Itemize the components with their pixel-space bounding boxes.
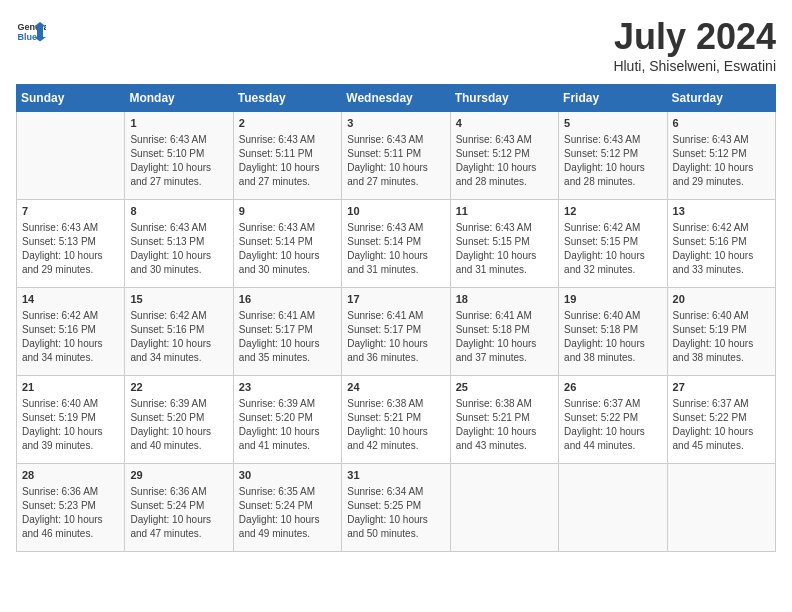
day-info: Sunrise: 6:36 AM Sunset: 5:24 PM Dayligh… xyxy=(130,485,227,541)
day-info: Sunrise: 6:43 AM Sunset: 5:13 PM Dayligh… xyxy=(130,221,227,277)
calendar-cell: 24Sunrise: 6:38 AM Sunset: 5:21 PM Dayli… xyxy=(342,376,450,464)
day-header-saturday: Saturday xyxy=(667,85,775,112)
calendar-cell: 19Sunrise: 6:40 AM Sunset: 5:18 PM Dayli… xyxy=(559,288,667,376)
day-number: 2 xyxy=(239,116,336,131)
calendar-body: 1Sunrise: 6:43 AM Sunset: 5:10 PM Daylig… xyxy=(17,112,776,552)
calendar-cell: 2Sunrise: 6:43 AM Sunset: 5:11 PM Daylig… xyxy=(233,112,341,200)
day-number: 27 xyxy=(673,380,770,395)
day-number: 21 xyxy=(22,380,119,395)
calendar-cell: 11Sunrise: 6:43 AM Sunset: 5:15 PM Dayli… xyxy=(450,200,558,288)
calendar-cell: 21Sunrise: 6:40 AM Sunset: 5:19 PM Dayli… xyxy=(17,376,125,464)
day-number: 16 xyxy=(239,292,336,307)
day-number: 11 xyxy=(456,204,553,219)
day-number: 30 xyxy=(239,468,336,483)
day-info: Sunrise: 6:35 AM Sunset: 5:24 PM Dayligh… xyxy=(239,485,336,541)
calendar-cell xyxy=(450,464,558,552)
day-number: 19 xyxy=(564,292,661,307)
month-year: July 2024 xyxy=(613,16,776,58)
calendar-cell: 17Sunrise: 6:41 AM Sunset: 5:17 PM Dayli… xyxy=(342,288,450,376)
day-number: 6 xyxy=(673,116,770,131)
day-number: 1 xyxy=(130,116,227,131)
page-header: General Blue July 2024 Hluti, Shiselweni… xyxy=(16,16,776,74)
day-number: 10 xyxy=(347,204,444,219)
day-number: 7 xyxy=(22,204,119,219)
day-info: Sunrise: 6:43 AM Sunset: 5:12 PM Dayligh… xyxy=(456,133,553,189)
day-number: 3 xyxy=(347,116,444,131)
calendar-cell xyxy=(559,464,667,552)
day-header-tuesday: Tuesday xyxy=(233,85,341,112)
day-number: 18 xyxy=(456,292,553,307)
calendar-cell: 27Sunrise: 6:37 AM Sunset: 5:22 PM Dayli… xyxy=(667,376,775,464)
calendar-cell: 25Sunrise: 6:38 AM Sunset: 5:21 PM Dayli… xyxy=(450,376,558,464)
day-info: Sunrise: 6:43 AM Sunset: 5:14 PM Dayligh… xyxy=(239,221,336,277)
calendar-cell: 9Sunrise: 6:43 AM Sunset: 5:14 PM Daylig… xyxy=(233,200,341,288)
day-info: Sunrise: 6:41 AM Sunset: 5:17 PM Dayligh… xyxy=(239,309,336,365)
day-info: Sunrise: 6:41 AM Sunset: 5:17 PM Dayligh… xyxy=(347,309,444,365)
logo: General Blue xyxy=(16,16,46,46)
day-header-monday: Monday xyxy=(125,85,233,112)
calendar-cell: 1Sunrise: 6:43 AM Sunset: 5:10 PM Daylig… xyxy=(125,112,233,200)
calendar-cell: 18Sunrise: 6:41 AM Sunset: 5:18 PM Dayli… xyxy=(450,288,558,376)
day-info: Sunrise: 6:43 AM Sunset: 5:10 PM Dayligh… xyxy=(130,133,227,189)
calendar-table: SundayMondayTuesdayWednesdayThursdayFrid… xyxy=(16,84,776,552)
calendar-cell: 13Sunrise: 6:42 AM Sunset: 5:16 PM Dayli… xyxy=(667,200,775,288)
day-info: Sunrise: 6:42 AM Sunset: 5:16 PM Dayligh… xyxy=(130,309,227,365)
calendar-week-4: 21Sunrise: 6:40 AM Sunset: 5:19 PM Dayli… xyxy=(17,376,776,464)
day-header-wednesday: Wednesday xyxy=(342,85,450,112)
day-number: 15 xyxy=(130,292,227,307)
calendar-cell: 7Sunrise: 6:43 AM Sunset: 5:13 PM Daylig… xyxy=(17,200,125,288)
day-info: Sunrise: 6:42 AM Sunset: 5:15 PM Dayligh… xyxy=(564,221,661,277)
location: Hluti, Shiselweni, Eswatini xyxy=(613,58,776,74)
day-number: 12 xyxy=(564,204,661,219)
title-block: July 2024 Hluti, Shiselweni, Eswatini xyxy=(613,16,776,74)
day-number: 8 xyxy=(130,204,227,219)
day-info: Sunrise: 6:42 AM Sunset: 5:16 PM Dayligh… xyxy=(673,221,770,277)
day-header-thursday: Thursday xyxy=(450,85,558,112)
day-number: 22 xyxy=(130,380,227,395)
day-number: 13 xyxy=(673,204,770,219)
calendar-week-5: 28Sunrise: 6:36 AM Sunset: 5:23 PM Dayli… xyxy=(17,464,776,552)
calendar-header-row: SundayMondayTuesdayWednesdayThursdayFrid… xyxy=(17,85,776,112)
day-number: 14 xyxy=(22,292,119,307)
day-number: 17 xyxy=(347,292,444,307)
calendar-week-2: 7Sunrise: 6:43 AM Sunset: 5:13 PM Daylig… xyxy=(17,200,776,288)
calendar-cell: 10Sunrise: 6:43 AM Sunset: 5:14 PM Dayli… xyxy=(342,200,450,288)
day-info: Sunrise: 6:43 AM Sunset: 5:13 PM Dayligh… xyxy=(22,221,119,277)
day-number: 9 xyxy=(239,204,336,219)
logo-icon: General Blue xyxy=(16,16,46,46)
day-number: 4 xyxy=(456,116,553,131)
calendar-cell: 20Sunrise: 6:40 AM Sunset: 5:19 PM Dayli… xyxy=(667,288,775,376)
day-header-friday: Friday xyxy=(559,85,667,112)
calendar-cell: 6Sunrise: 6:43 AM Sunset: 5:12 PM Daylig… xyxy=(667,112,775,200)
day-info: Sunrise: 6:40 AM Sunset: 5:19 PM Dayligh… xyxy=(673,309,770,365)
day-info: Sunrise: 6:43 AM Sunset: 5:14 PM Dayligh… xyxy=(347,221,444,277)
calendar-cell: 28Sunrise: 6:36 AM Sunset: 5:23 PM Dayli… xyxy=(17,464,125,552)
calendar-cell: 4Sunrise: 6:43 AM Sunset: 5:12 PM Daylig… xyxy=(450,112,558,200)
day-info: Sunrise: 6:40 AM Sunset: 5:19 PM Dayligh… xyxy=(22,397,119,453)
calendar-cell: 22Sunrise: 6:39 AM Sunset: 5:20 PM Dayli… xyxy=(125,376,233,464)
calendar-week-1: 1Sunrise: 6:43 AM Sunset: 5:10 PM Daylig… xyxy=(17,112,776,200)
day-info: Sunrise: 6:39 AM Sunset: 5:20 PM Dayligh… xyxy=(130,397,227,453)
day-info: Sunrise: 6:42 AM Sunset: 5:16 PM Dayligh… xyxy=(22,309,119,365)
day-number: 5 xyxy=(564,116,661,131)
day-number: 29 xyxy=(130,468,227,483)
day-info: Sunrise: 6:40 AM Sunset: 5:18 PM Dayligh… xyxy=(564,309,661,365)
day-info: Sunrise: 6:34 AM Sunset: 5:25 PM Dayligh… xyxy=(347,485,444,541)
day-info: Sunrise: 6:43 AM Sunset: 5:12 PM Dayligh… xyxy=(564,133,661,189)
day-info: Sunrise: 6:43 AM Sunset: 5:11 PM Dayligh… xyxy=(239,133,336,189)
day-number: 31 xyxy=(347,468,444,483)
calendar-cell: 3Sunrise: 6:43 AM Sunset: 5:11 PM Daylig… xyxy=(342,112,450,200)
calendar-cell: 15Sunrise: 6:42 AM Sunset: 5:16 PM Dayli… xyxy=(125,288,233,376)
calendar-week-3: 14Sunrise: 6:42 AM Sunset: 5:16 PM Dayli… xyxy=(17,288,776,376)
day-info: Sunrise: 6:43 AM Sunset: 5:15 PM Dayligh… xyxy=(456,221,553,277)
day-number: 25 xyxy=(456,380,553,395)
day-info: Sunrise: 6:39 AM Sunset: 5:20 PM Dayligh… xyxy=(239,397,336,453)
day-header-sunday: Sunday xyxy=(17,85,125,112)
day-info: Sunrise: 6:43 AM Sunset: 5:12 PM Dayligh… xyxy=(673,133,770,189)
calendar-cell: 5Sunrise: 6:43 AM Sunset: 5:12 PM Daylig… xyxy=(559,112,667,200)
day-info: Sunrise: 6:38 AM Sunset: 5:21 PM Dayligh… xyxy=(347,397,444,453)
day-info: Sunrise: 6:38 AM Sunset: 5:21 PM Dayligh… xyxy=(456,397,553,453)
calendar-cell: 30Sunrise: 6:35 AM Sunset: 5:24 PM Dayli… xyxy=(233,464,341,552)
calendar-cell: 14Sunrise: 6:42 AM Sunset: 5:16 PM Dayli… xyxy=(17,288,125,376)
day-info: Sunrise: 6:43 AM Sunset: 5:11 PM Dayligh… xyxy=(347,133,444,189)
